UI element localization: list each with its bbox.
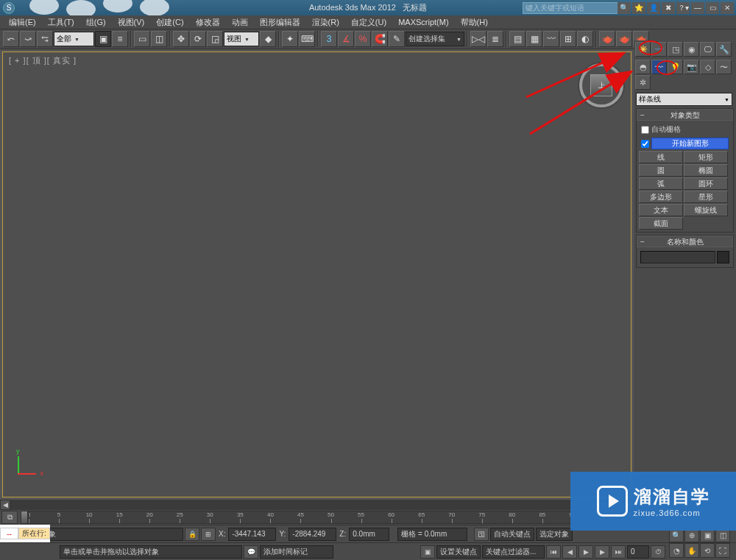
current-frame-spinner[interactable]: 0 — [627, 545, 649, 559]
tab-utilities[interactable]: 🔧 — [716, 42, 732, 57]
select-object-button[interactable]: ▣ — [95, 31, 111, 47]
auto-key-button[interactable]: 自动关键点 — [490, 528, 534, 541]
object-name-input[interactable] — [640, 251, 715, 263]
btn-text[interactable]: 文本 — [639, 204, 683, 216]
time-configuration-button[interactable]: ⏱ — [651, 545, 665, 559]
time-config-button[interactable]: ⧉ — [1, 511, 18, 524]
prev-frame-button[interactable]: ◀ — [562, 545, 577, 559]
select-region-button[interactable]: ▭ — [134, 31, 150, 47]
key-mode-toggle-icon[interactable]: ⚿ — [474, 528, 489, 541]
menu-customize[interactable]: 自定义(U) — [345, 15, 392, 29]
viewcube[interactable]: 上 — [583, 67, 620, 104]
coord-y-input[interactable]: -2884.249 — [289, 528, 336, 541]
menu-tools[interactable]: 工具(T) — [42, 15, 80, 29]
use-pivot-center-button[interactable]: ◆ — [260, 31, 276, 47]
exchange-icon[interactable]: ✖ — [662, 2, 675, 14]
layer-manager-button[interactable]: ▤ — [509, 31, 526, 47]
select-move-button[interactable]: ✥ — [173, 31, 189, 47]
pan-button[interactable]: ✋ — [684, 543, 699, 558]
mirror-button[interactable]: ▷◁ — [470, 31, 486, 47]
btn-arc[interactable]: 弧 — [639, 177, 683, 190]
max-toggle-button[interactable]: ⛶ — [715, 543, 730, 558]
rollout-header-object-type[interactable]: 对象类型 — [637, 109, 733, 121]
key-filters-button[interactable]: 关键点过滤器... — [482, 545, 545, 559]
ref-coord-system-dropdown[interactable]: 视图 — [224, 32, 259, 46]
category-systems[interactable]: ✲ — [635, 75, 651, 90]
close-button[interactable]: ✕ — [721, 2, 734, 14]
btn-circle[interactable]: 圆 — [639, 164, 683, 177]
snap-toggle-button[interactable]: 3 — [321, 31, 337, 47]
tab-motion[interactable]: ◉ — [684, 42, 699, 57]
top-viewport[interactable]: [ + ][ 顶 ][ 真实 ] 上 — [2, 52, 631, 497]
link-button[interactable]: ⥃ — [37, 31, 53, 47]
curve-editor-button[interactable]: 〰 — [543, 31, 559, 47]
play-button[interactable]: ▶ — [578, 545, 593, 559]
help-dropdown-icon[interactable]: ？▾ — [676, 2, 690, 14]
viewport-label[interactable]: [ + ][ 顶 ][ 真实 ] — [9, 55, 77, 66]
autogrid-checkbox[interactable] — [641, 126, 649, 134]
btn-line[interactable]: 线 — [639, 151, 683, 163]
scroll-left-button[interactable]: ◀ — [0, 500, 10, 510]
fov-button[interactable]: ◔ — [669, 543, 684, 558]
tab-hierarchy[interactable]: ◳ — [668, 42, 683, 57]
rendered-frame-button[interactable]: 🫖 — [616, 31, 632, 47]
align-button[interactable]: ≣ — [487, 31, 503, 47]
percent-snap-button[interactable]: % — [355, 31, 371, 47]
object-color-swatch[interactable] — [717, 251, 729, 263]
redo-button[interactable]: ⤻ — [20, 31, 36, 47]
account-icon[interactable]: 👤 — [647, 2, 660, 14]
start-new-shape-button[interactable]: 开始新图形 — [651, 138, 729, 149]
coord-z-input[interactable]: 0.0mm — [349, 528, 389, 541]
keyboard-shortcut-toggle[interactable]: ⌨ — [299, 31, 315, 47]
time-ruler[interactable]: 0510152025303540455055606570758085909510… — [28, 511, 634, 524]
shape-subclass-dropdown[interactable]: 样条线 — [636, 93, 732, 106]
graphite-ribbon-button[interactable]: ▦ — [526, 31, 542, 47]
set-key-button[interactable]: 设置关键点 — [436, 545, 481, 559]
category-helpers[interactable]: ◇ — [700, 60, 715, 74]
select-by-name-button[interactable]: ≡ — [112, 31, 128, 47]
btn-helix[interactable]: 螺旋线 — [684, 204, 728, 216]
selection-set-display[interactable]: 选定对象 — [536, 528, 573, 541]
coord-x-input[interactable]: -3447.143 — [228, 528, 276, 541]
minimize-button[interactable]: — — [691, 2, 704, 14]
category-spacewarps[interactable]: 〜 — [716, 60, 732, 74]
select-rotate-button[interactable]: ⟳ — [190, 31, 206, 47]
maximize-button[interactable]: ▭ — [706, 2, 719, 14]
spinner-snap-button[interactable]: 🧲 — [372, 31, 388, 47]
scroll-track[interactable] — [10, 500, 623, 510]
category-lights[interactable]: 💡 — [668, 60, 683, 74]
infocenter-icon[interactable]: 🔍 — [618, 2, 631, 14]
btn-star[interactable]: 星形 — [684, 191, 728, 203]
btn-ellipse[interactable]: 椭圆 — [684, 164, 728, 177]
tab-create[interactable]: ✳ — [635, 42, 651, 57]
btn-donut[interactable]: 圆环 — [684, 177, 728, 190]
isolate-toggle-icon[interactable]: ▣ — [420, 545, 435, 559]
tab-display[interactable]: 🖵 — [700, 42, 715, 57]
select-manipulate-button[interactable]: ✦ — [282, 31, 298, 47]
goto-end-button[interactable]: ⏭ — [611, 545, 626, 559]
orbit-button[interactable]: ⟲ — [700, 543, 715, 558]
menu-maxscript[interactable]: MAXScript(M) — [392, 16, 454, 28]
selection-filter-dropdown[interactable]: 全部 — [54, 32, 94, 46]
category-geometry[interactable]: ◓ — [635, 60, 651, 74]
menu-help[interactable]: 帮助(H) — [455, 15, 494, 29]
menu-views[interactable]: 视图(V) — [112, 15, 151, 29]
undo-button[interactable]: ⤺ — [3, 31, 19, 47]
viewport-h-scrollbar[interactable]: ◀ 0 / 100 ▶ — [0, 500, 634, 510]
tab-modify[interactable]: 〰 — [651, 42, 667, 57]
add-time-tag-button[interactable]: 添加时间标记 — [260, 545, 333, 559]
named-selection-dropdown[interactable]: 创建选择集 — [406, 32, 464, 46]
menu-grapheditors[interactable]: 图形编辑器 — [254, 15, 306, 29]
menu-group[interactable]: 组(G) — [80, 15, 112, 29]
edit-named-sel-button[interactable]: ✎ — [389, 31, 405, 47]
menu-animation[interactable]: 动画 — [226, 15, 254, 29]
menu-create[interactable]: 创建(C) — [150, 15, 189, 29]
btn-rectangle[interactable]: 矩形 — [684, 151, 728, 163]
btn-section[interactable]: 截面 — [639, 217, 683, 230]
rollout-header-name-color[interactable]: 名称和颜色 — [637, 235, 733, 247]
selection-lock-toggle[interactable]: 🔒 — [185, 528, 199, 541]
menu-modifiers[interactable]: 修改器 — [190, 15, 226, 29]
absolute-relative-toggle[interactable]: ⊞ — [201, 528, 216, 541]
time-slider-handle[interactable] — [21, 511, 28, 524]
angle-snap-button[interactable]: ∡ — [338, 31, 354, 47]
